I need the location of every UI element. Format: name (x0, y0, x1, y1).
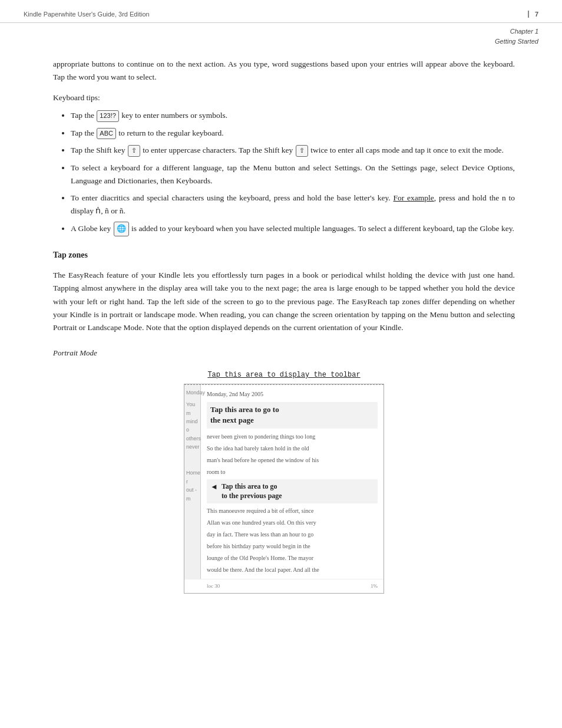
footer-loc: loc 30 (207, 582, 220, 591)
keyboard-tips-list: Tap the 123!? key to enter numbers or sy… (53, 109, 515, 236)
left-col-text5: never (186, 443, 199, 451)
left-col-content: Monday You m mind o others never Home r … (184, 385, 200, 506)
chapter-info: Chapter 1 Getting Started (0, 23, 562, 46)
tap-prev-arrow-icon: ◄ (210, 482, 218, 492)
tip-language-keyboard: To select a keyboard for a different lan… (71, 162, 515, 187)
tap-prev-line2: to the previous page (222, 491, 282, 501)
tip2-after: to return to the regular keyboard. (118, 129, 223, 137)
page: Kindle Paperwhite User's Guide, 3rd Edit… (0, 0, 562, 728)
tap-zones-body: The EasyReach feature of your Kindle let… (53, 269, 515, 334)
tap-prev-line1: Tap this area to go (222, 482, 282, 492)
tap-next-line2: the next page (210, 415, 374, 426)
tip-globe-key: A Globe key 🌐 is added to your keyboard … (71, 222, 515, 236)
device-frame: Monday You m mind o others never Home r … (184, 384, 384, 594)
device-body-text2: So the idea had barely taken hold in the… (207, 444, 378, 453)
key-123: 123!? (97, 110, 119, 122)
device-inner: Monday You m mind o others never Home r … (184, 385, 384, 579)
tip3-middle: to enter uppercase characters. Tap the S… (143, 146, 295, 154)
tip1-before: Tap the (71, 111, 96, 120)
device-body-text7: day in fact. There was less than an hour… (207, 530, 378, 539)
device-body-text8: before his birthday party would begin in… (207, 542, 378, 551)
key-shift1: ⇧ (128, 145, 140, 157)
tip6-after: is added to your keyboard when you have … (131, 224, 514, 233)
device-date: Monday, 2nd May 2005 (207, 390, 378, 399)
tip5-underline: For example (394, 193, 434, 202)
tap-next-page-box[interactable]: Tap this area to go to the next page (207, 402, 378, 428)
book-title: Kindle Paperwhite User's Guide, 3rd Edit… (24, 11, 150, 18)
tip-regular-keyboard: Tap the ABC to return to the regular key… (71, 127, 515, 140)
left-col-text2: You m (186, 400, 199, 417)
left-col-text3: mind o (186, 417, 199, 434)
tap-prev-text: Tap this area to go to the previous page (222, 482, 282, 502)
tip3-before: Tap the Shift key (71, 146, 127, 154)
chapter-line2: Getting Started (0, 37, 538, 47)
left-col-text6: Home r (186, 469, 199, 486)
device-body-text4: room to (207, 467, 378, 476)
footer-percent: 1% (371, 582, 378, 591)
device-body-text1: never been given to pondering things too… (207, 432, 378, 441)
device-content-area: Monday, 2nd May 2005 Tap this area to go… (201, 385, 384, 579)
key-shift2: ⇧ (296, 145, 308, 157)
tip-numbers-symbols: Tap the 123!? key to enter numbers or sy… (71, 109, 515, 122)
device-body-text10: would be there. And the local paper. And… (207, 565, 378, 574)
tip1-after: key to enter numbers or symbols. (121, 111, 227, 120)
left-col-text4: others (186, 434, 199, 443)
tip5-before: To enter diacritics and special characte… (71, 193, 394, 202)
page-number: 7 (528, 11, 538, 18)
keyboard-tips-label: Keyboard tips: (53, 91, 515, 104)
device-body-text9: lounge of the Old People's Home. The may… (207, 554, 378, 562)
key-abc: ABC (97, 128, 116, 140)
tip-diacritics: To enter diacritics and special characte… (71, 192, 515, 217)
intro-paragraph: appropriate buttons to continue on to th… (53, 58, 515, 84)
device-body-text3: man's head before he opened the window o… (207, 456, 378, 465)
device-diagram: Tap this area to display the toolbar Mon… (53, 370, 515, 594)
left-col-text7: out - m (186, 486, 199, 503)
chapter-line1: Chapter 1 (0, 27, 538, 37)
portrait-mode-label: Portrait Mode (53, 347, 515, 359)
main-content: appropriate buttons to continue on to th… (0, 46, 562, 617)
device-footer: loc 30 1% (184, 579, 384, 593)
tap-toolbar-label: Tap this area to display the toolbar (207, 370, 360, 381)
tap-next-line1: Tap this area to go to (210, 404, 374, 415)
tip2-before: Tap the (71, 129, 96, 137)
page-header: Kindle Paperwhite User's Guide, 3rd Edit… (0, 0, 562, 23)
device-body-text5: This manoeuvre required a bit of effort,… (207, 506, 378, 515)
tip-shift-key: Tap the Shift key ⇧ to enter uppercase c… (71, 144, 515, 157)
tip3-after: twice to enter all caps mode and tap it … (310, 146, 504, 154)
tap-prev-page-box[interactable]: ◄ Tap this area to go to the previous pa… (207, 479, 378, 504)
left-strip: Monday You m mind o others never Home r … (184, 385, 201, 579)
device-body-text6: Allan was one hundred years old. On this… (207, 518, 378, 527)
tap-zones-heading: Tap zones (53, 248, 515, 262)
left-col-text1: Monday (186, 388, 199, 397)
tip4-text: To select a keyboard for a different lan… (71, 163, 515, 185)
globe-key-icon: 🌐 (114, 222, 129, 236)
tip6-before: A Globe key (71, 224, 113, 233)
